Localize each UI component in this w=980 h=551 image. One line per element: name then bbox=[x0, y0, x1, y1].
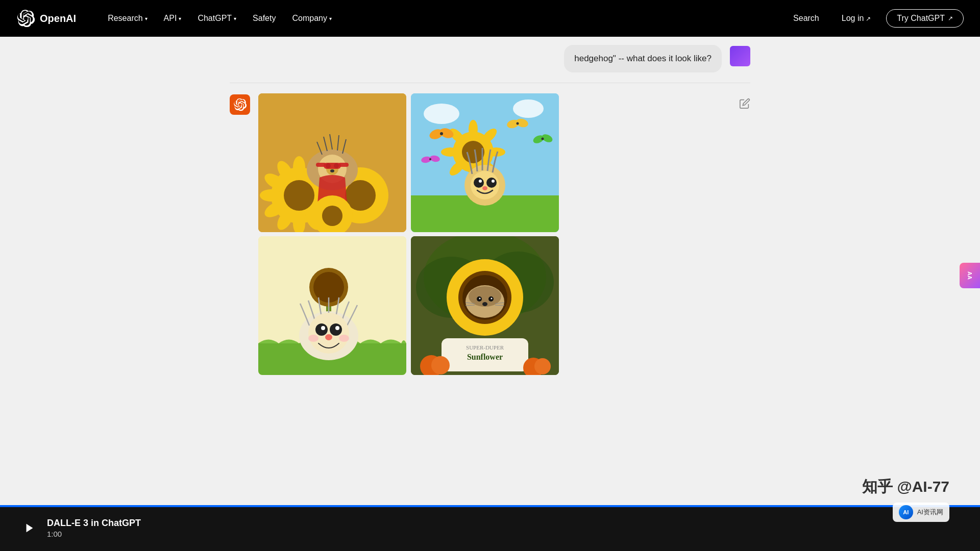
svg-point-52 bbox=[479, 180, 482, 183]
chevron-down-icon: ▾ bbox=[145, 16, 148, 21]
try-chatgpt-button[interactable]: Try ChatGPT ↗ bbox=[886, 9, 964, 28]
svg-marker-138 bbox=[27, 524, 33, 533]
svg-point-35 bbox=[513, 99, 544, 118]
generated-image-1[interactable] bbox=[258, 93, 406, 232]
svg-point-39 bbox=[462, 141, 484, 163]
chat-container: hedgehog" -- what does it look like? bbox=[209, 37, 771, 385]
ai-badge-text: AI资讯网 bbox=[917, 508, 943, 517]
svg-point-57 bbox=[440, 132, 443, 135]
chevron-down-icon: ▾ bbox=[234, 16, 236, 21]
svg-point-94 bbox=[325, 334, 332, 340]
svg-point-60 bbox=[517, 122, 519, 124]
svg-point-27 bbox=[330, 169, 334, 172]
svg-point-3 bbox=[293, 156, 305, 179]
side-widget[interactable]: AA bbox=[960, 263, 980, 288]
ai-badge-icon: AI bbox=[899, 505, 913, 519]
generated-image-4[interactable]: SUPER-DUPER Sunflower bbox=[411, 236, 559, 375]
svg-point-125 bbox=[491, 297, 493, 299]
video-bar: DALL-E 3 in ChatGPT 1:00 bbox=[0, 505, 980, 551]
nav-right: Search Log in ↗ Try ChatGPT ↗ bbox=[786, 9, 964, 28]
image-grid: SUPER-DUPER Sunflower bbox=[258, 93, 559, 375]
video-progress-bar bbox=[0, 505, 980, 507]
svg-point-63 bbox=[542, 137, 544, 140]
chevron-down-icon: ▾ bbox=[329, 16, 332, 21]
svg-text:SUPER-DUPER: SUPER-DUPER bbox=[466, 344, 504, 350]
svg-point-66 bbox=[429, 158, 431, 160]
svg-rect-28 bbox=[324, 163, 341, 169]
svg-point-53 bbox=[492, 180, 495, 183]
search-button[interactable]: Search bbox=[786, 10, 826, 27]
page-content: hedgehog" -- what does it look like? bbox=[0, 37, 980, 551]
nav-company[interactable]: Company ▾ bbox=[285, 10, 338, 27]
svg-point-124 bbox=[479, 297, 481, 299]
watermark: 知乎 @AI-77 bbox=[862, 477, 949, 497]
svg-point-2 bbox=[284, 180, 314, 211]
navigation: OpenAI Research ▾ API ▾ ChatGPT ▾ Safety… bbox=[0, 0, 980, 37]
svg-point-92 bbox=[321, 326, 325, 330]
openai-logo[interactable]: OpenAI bbox=[16, 9, 76, 28]
play-button[interactable] bbox=[20, 519, 39, 537]
user-message-bubble: hedgehog" -- what does it look like? bbox=[564, 45, 722, 72]
svg-point-95 bbox=[308, 335, 318, 342]
logo-text: OpenAI bbox=[40, 13, 76, 24]
nav-api[interactable]: API ▾ bbox=[157, 10, 189, 27]
svg-point-46 bbox=[441, 147, 459, 157]
assistant-message-row: SUPER-DUPER Sunflower bbox=[230, 93, 750, 385]
video-title: DALL-E 3 in ChatGPT bbox=[47, 518, 141, 529]
nav-links: Research ▾ API ▾ ChatGPT ▾ Safety Compan… bbox=[101, 10, 786, 27]
svg-point-90 bbox=[315, 323, 328, 336]
user-avatar bbox=[730, 46, 750, 66]
svg-point-34 bbox=[424, 104, 459, 124]
svg-point-40 bbox=[469, 120, 478, 138]
chatgpt-avatar bbox=[230, 94, 250, 115]
svg-rect-29 bbox=[316, 163, 326, 167]
video-duration: 1:00 bbox=[47, 530, 141, 538]
nav-safety[interactable]: Safety bbox=[246, 10, 283, 27]
svg-point-12 bbox=[260, 189, 282, 202]
external-link-icon: ↗ bbox=[948, 15, 953, 22]
video-info: DALL-E 3 in ChatGPT 1:00 bbox=[47, 518, 141, 538]
nav-chatgpt[interactable]: ChatGPT ▾ bbox=[190, 10, 243, 27]
chat-divider bbox=[230, 83, 750, 83]
ai-badge: AI AI资讯网 bbox=[893, 503, 949, 522]
external-link-icon: ↗ bbox=[866, 15, 871, 22]
svg-point-32 bbox=[322, 206, 342, 226]
svg-point-91 bbox=[330, 323, 342, 336]
nav-research[interactable]: Research ▾ bbox=[101, 10, 154, 27]
svg-text:Sunflower: Sunflower bbox=[467, 353, 503, 361]
svg-point-54 bbox=[482, 186, 487, 190]
generated-image-2[interactable] bbox=[411, 93, 559, 232]
svg-rect-30 bbox=[338, 163, 349, 167]
generated-image-3[interactable] bbox=[258, 236, 406, 375]
svg-point-51 bbox=[486, 178, 497, 188]
chevron-down-icon: ▾ bbox=[179, 16, 181, 21]
svg-point-135 bbox=[431, 356, 450, 374]
svg-point-137 bbox=[534, 358, 551, 374]
svg-point-126 bbox=[482, 302, 487, 306]
svg-point-50 bbox=[474, 178, 484, 188]
svg-point-93 bbox=[335, 326, 339, 330]
user-message-row: hedgehog" -- what does it look like? bbox=[230, 37, 750, 72]
user-message-text: hedgehog" -- what does it look like? bbox=[574, 54, 712, 63]
edit-button[interactable] bbox=[739, 98, 750, 112]
svg-point-96 bbox=[339, 335, 349, 342]
login-button[interactable]: Log in ↗ bbox=[835, 10, 878, 27]
